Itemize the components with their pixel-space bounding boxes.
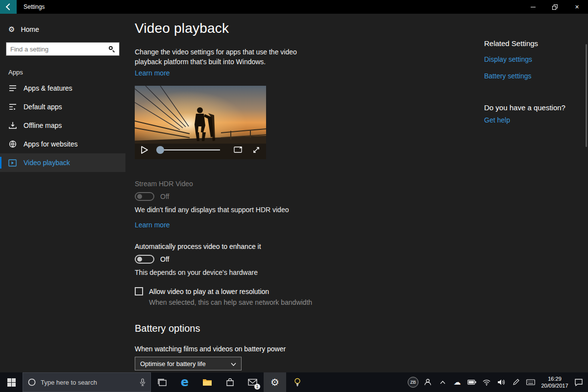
sidebar-item-offline-maps[interactable]: Offline maps [0,116,125,135]
settings-gear-icon: ⚙ [270,376,279,388]
settings-window: Settings × ⚙ Home Apps Apps & features [0,0,588,392]
video-playback-icon [8,159,17,167]
hdr-toggle-row: Off [135,192,473,201]
wifi-icon[interactable] [480,372,493,392]
battery-subtitle: When watching films and videos on batter… [135,345,473,353]
related-settings-panel: Related Settings Display settings Batter… [484,39,582,124]
task-view-icon [158,379,167,386]
search-icon[interactable] [108,46,115,52]
store-button[interactable] [219,372,241,392]
task-view-button[interactable] [151,372,173,392]
window-title: Settings [24,3,45,10]
action-center-icon[interactable] [572,372,585,392]
sidebar-section-apps: Apps [0,69,125,76]
tips-app-button[interactable] [286,372,309,392]
question-title: Do you have a question? [484,103,582,112]
related-settings-title: Related Settings [484,39,582,48]
file-explorer-button[interactable] [196,372,219,392]
cortana-icon [28,378,36,386]
sidebar: ⚙ Home Apps Apps & features Default apps [0,14,125,372]
battery-mode-value: Optimise for battery life [140,360,231,368]
sidebar-item-label: Apps for websites [24,140,78,148]
volume-icon[interactable] [495,372,508,392]
minimize-icon [531,7,536,7]
edge-button[interactable]: e [173,372,196,392]
enhance-toggle-row: Off [135,255,473,264]
minimize-button[interactable] [522,0,544,14]
lower-resolution-row[interactable]: Allow video to play at a lower resolutio… [135,287,473,295]
offline-maps-icon [8,122,17,130]
sidebar-item-label: Apps & features [24,84,73,92]
battery-mode-dropdown[interactable]: Optimise for battery life [135,357,242,370]
system-tray: ZB ☁ [407,372,588,392]
taskbar-search[interactable] [23,372,151,392]
sidebar-item-label: Default apps [24,103,62,111]
hdr-toggle[interactable] [135,192,154,201]
sidebar-item-default-apps[interactable]: Default apps [0,98,125,116]
touch-keyboard-icon[interactable] [524,372,537,392]
sidebar-item-apps-features[interactable]: Apps & features [0,79,125,98]
main-content: Video playback Change the video settings… [135,14,473,392]
page-title: Video playback [135,21,473,36]
page-description: Change the video settings for apps that … [135,47,304,67]
settings-search-box[interactable] [6,42,120,56]
cast-icon[interactable] [234,147,243,154]
enhance-toggle[interactable] [135,255,154,264]
mail-button[interactable]: 1 [241,372,264,392]
start-button[interactable] [0,372,23,392]
user-account-badge[interactable]: ZB [407,372,419,392]
pen-icon[interactable] [510,372,522,392]
mic-icon[interactable] [140,378,146,386]
user-badge-label: ZB [408,377,418,388]
tray-expand-chevron[interactable] [436,372,449,392]
battery-settings-link[interactable]: Battery settings [484,72,582,80]
sidebar-item-home[interactable]: ⚙ Home [0,21,125,38]
video-preview[interactable] [135,86,266,159]
clock-time: 16:29 [539,375,570,382]
close-button[interactable]: × [566,0,588,14]
seek-slider[interactable] [156,146,220,154]
restore-button[interactable] [544,0,566,14]
people-icon[interactable] [421,372,434,392]
settings-app-button[interactable]: ⚙ [264,372,286,392]
lower-resolution-checkbox[interactable] [135,287,143,295]
hdr-learn-more-link[interactable]: Learn more [135,221,170,229]
mail-badge: 1 [254,384,260,390]
get-help-link[interactable]: Get help [484,116,582,124]
enhance-note: This depends on your device's hardware [135,269,473,276]
seek-slider-thumb[interactable] [156,146,164,154]
back-arrow-icon [5,3,12,10]
store-icon [226,378,234,387]
taskbar-clock[interactable]: 16:29 20/09/2017 [539,375,570,389]
battery-icon[interactable] [466,372,478,392]
home-label: Home [21,25,39,33]
scrollbar[interactable] [586,44,587,147]
video-controls [141,144,260,156]
windows-logo-icon [7,378,16,387]
hdr-toggle-state: Off [160,193,169,200]
sidebar-item-video-playback[interactable]: Video playback [0,153,125,172]
lower-resolution-label: Allow video to play at a lower resolutio… [149,288,269,295]
window-controls: × [522,0,588,14]
apps-features-icon [8,84,17,93]
learn-more-link[interactable]: Learn more [135,69,170,77]
taskbar-search-input[interactable] [41,379,135,386]
taskbar: e 1 ⚙ [0,372,588,392]
file-explorer-icon [202,378,212,386]
edge-icon: e [181,376,189,388]
play-icon[interactable] [141,146,148,154]
battery-options-title: Battery options [135,323,473,334]
fullscreen-icon[interactable] [252,146,260,154]
settings-search-input[interactable] [10,46,108,53]
display-settings-link[interactable]: Display settings [484,55,582,63]
gear-icon: ⚙ [8,25,15,34]
lower-resolution-note: When selected, this can help save networ… [149,298,473,306]
onedrive-cloud-icon[interactable]: ☁ [451,372,464,392]
enhance-label: Automatically process video to enhance i… [135,243,473,250]
chevron-down-icon [231,359,236,368]
clock-date: 20/09/2017 [539,382,570,389]
back-button[interactable] [0,0,17,14]
sidebar-item-apps-for-websites[interactable]: Apps for websites [0,135,125,153]
hdr-label: Stream HDR Video [135,180,473,188]
default-apps-icon [8,103,17,111]
